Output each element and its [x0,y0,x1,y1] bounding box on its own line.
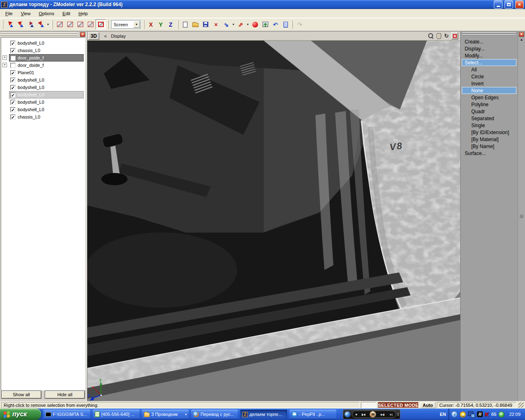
language-indicator[interactable]: EN [437,412,448,417]
deskband-arrows[interactable]: ▴ ▾ [397,412,399,416]
faces-level-button[interactable] [75,19,85,30]
command-polyline[interactable]: Polyline [462,101,516,108]
update-shield-icon[interactable]: ✓ [498,411,504,418]
pause-button[interactable]: ▮▮ [370,411,376,418]
maximize-viewport-button[interactable] [451,32,458,39]
breadcrumb-label[interactable]: Display [111,34,126,39]
export-dropdown-icon[interactable]: ▾ [246,23,250,26]
visibility-checkbox[interactable] [10,55,16,61]
title-bar[interactable]: Z делаем торпеду - ZModeler ver 2.2.2 (B… [0,0,525,9]
expander-plus-icon[interactable]: + [2,55,7,60]
scrollbar-grip[interactable] [520,215,523,218]
command-modify[interactable]: Modify... [462,52,516,59]
command-panel-scrollbar[interactable]: × ▲ [518,32,525,401]
layout-icon[interactable]: б5 [491,412,497,417]
scene-object-door-pside-f[interactable]: +door_pside_f [1,54,85,62]
volume-button[interactable]: ◄) [389,413,393,416]
vertices-level-button[interactable] [55,19,65,30]
command-by-name[interactable]: [By Name] [462,143,516,150]
command-panel-close-icon[interactable]: × [519,32,524,37]
command-select[interactable]: Select... [462,59,516,66]
radmin-icon[interactable]: R [477,411,483,417]
visibility-checkbox[interactable]: ✓ [10,48,16,53]
menu-file[interactable]: File [1,10,17,17]
menu-help[interactable]: Help [74,10,92,17]
command-quadr[interactable]: Quadr [462,108,516,115]
visibility-checkbox[interactable] [10,63,16,68]
show-all-button[interactable]: Show all [1,390,41,399]
back-arrow[interactable]: < [104,34,107,39]
expander-plus-icon[interactable]: + [2,63,7,67]
command-circle[interactable]: Circle [462,73,516,80]
scene-object-chassis-l0[interactable]: ✓chassis_L0 [1,113,85,121]
view-log-button[interactable] [281,19,291,30]
import-button[interactable]: ⇘ [221,19,231,30]
scroll-up-icon[interactable]: ▲ [518,38,525,41]
save-file-button[interactable] [201,19,211,30]
z-axis-button[interactable]: Z [166,20,176,29]
command-by-material[interactable]: [By Material] [462,136,516,143]
scene-panel-close-icon[interactable]: × [80,32,85,37]
y-axis-button[interactable]: Y [156,20,166,29]
scene-object-plane01[interactable]: ✓Plane01 [1,69,85,76]
scene-object-bodyshell-l0[interactable]: ✓bodyshell_L0 [1,98,85,106]
menu-view[interactable]: View [17,10,35,17]
orbit-tool-icon[interactable]: ↻ [443,33,450,39]
scene-object-bodyshell-l0[interactable]: ✓bodyshell_L0 [1,84,85,91]
visibility-checkbox[interactable]: ✓ [10,92,16,98]
start-button[interactable]: пуск [0,409,41,420]
hide-icons-chevron-icon[interactable]: ‹ [451,411,458,418]
scene-object-bodyshell-l0[interactable]: ✓bodyshell_L0 [1,106,85,113]
edges-level-button[interactable] [65,19,75,30]
polygons-level-button[interactable] [85,19,96,30]
import-dropdown-icon[interactable]: ▾ [231,23,235,26]
task-folder[interactable]: 3 Проводник▾ [142,410,189,419]
command-single[interactable]: Single [462,122,516,129]
task-qip[interactable]: - PepPiI ..p... [290,410,336,419]
scene-object-chassis-l0[interactable]: ✓chassis_L0 [1,47,85,54]
objects-level-button[interactable] [96,19,106,30]
minimize-button[interactable] [494,0,502,9]
command-invert[interactable]: Invert [462,80,516,87]
previous-button[interactable]: ▮◀ [361,413,365,416]
x-axis-button[interactable]: X [146,20,156,29]
new-file-button[interactable] [180,19,190,30]
task-notes[interactable]: [405-556-640] ... [93,410,139,419]
command-surface[interactable]: Surface... [462,150,516,157]
scene-browser-button[interactable] [260,19,270,30]
pan-tool-icon[interactable] [436,33,442,39]
select-arrow-button[interactable] [5,19,15,30]
command-separated[interactable]: Separated [462,115,516,122]
select-special-button[interactable] [36,19,46,30]
screen-space-combo[interactable]: Screen▼ [111,20,141,29]
visibility-checkbox[interactable]: ✓ [10,114,16,120]
deskband-down-icon[interactable]: ▾ [397,414,399,416]
open-file-button[interactable] [190,19,201,30]
export-button[interactable]: ⇗ [235,19,246,30]
network-monitor-icon[interactable] [468,411,475,418]
menu-options[interactable]: Options [34,10,58,17]
task-firefox[interactable]: Перевод с рус... [191,410,238,419]
kaspersky-icon[interactable]: K [484,411,490,418]
next-button[interactable]: ▶▮ [381,413,384,416]
visibility-checkbox[interactable]: ✓ [10,85,16,90]
command-none[interactable]: None [462,87,516,94]
command-all[interactable]: All [462,66,516,73]
stop-button[interactable]: ■ [355,413,357,416]
auto-button[interactable]: Auto [420,402,436,408]
task-zmodeler[interactable]: Zделаем торпе... [240,410,287,419]
select-pin-button[interactable] [15,19,25,30]
hide-all-button[interactable]: Hide all [45,390,85,399]
visibility-checkbox[interactable]: ✓ [10,78,16,83]
command-by-id-extension[interactable]: [By ID/Extension] [462,129,516,136]
scene-object-door-dside-f[interactable]: +door_dside_f [1,62,85,69]
material-editor-button[interactable] [250,19,260,30]
visibility-checkbox[interactable]: ✓ [10,41,16,46]
scene-object-bodyshell-l0[interactable]: ✓bodyshell_L0 [1,91,85,98]
scene-object-bodyshell-l0[interactable]: ✓bodyshell_L0 [1,76,85,84]
undo-button[interactable]: ↶ [270,19,281,30]
select-special-dropdown-icon[interactable]: ▾ [46,23,50,26]
visibility-checkbox[interactable]: ✓ [10,100,16,105]
command-create[interactable]: Create... [462,38,516,45]
command-display[interactable]: Display... [462,45,516,52]
